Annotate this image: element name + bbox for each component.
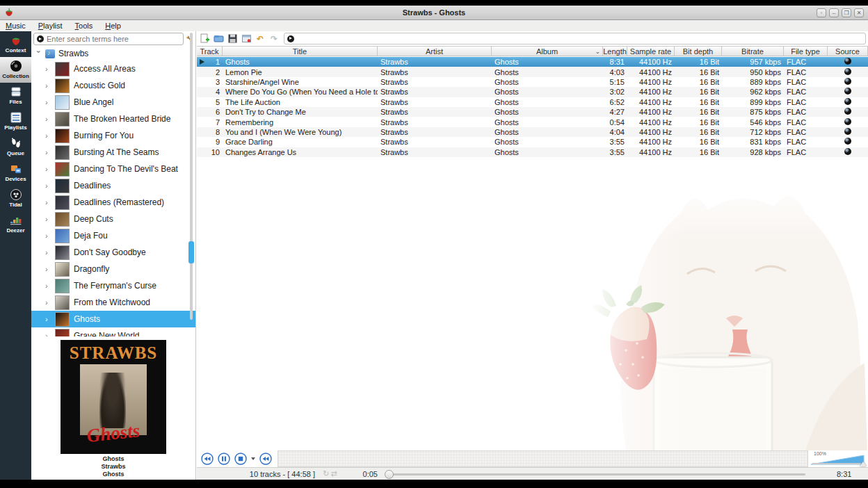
tree-album-item[interactable]: ›Deadlines (Remastered)	[31, 194, 195, 211]
tree-album-item[interactable]: ›Grave New World	[31, 327, 195, 336]
tree-album-item[interactable]: ›Deep Cuts	[31, 211, 195, 227]
seek-handle[interactable]	[385, 470, 394, 479]
tree-album-item[interactable]: ›Burning For You	[31, 127, 195, 144]
pin-button[interactable]: ◦	[817, 8, 826, 17]
expand-chevron-icon[interactable]: ›	[45, 198, 51, 206]
menu-playlist[interactable]: Playlist	[38, 22, 63, 30]
tree-album-item[interactable]: ›Dragonfly	[31, 261, 195, 277]
collection-search-input[interactable]	[33, 33, 184, 45]
sidebar-item-devices[interactable]: Devices	[0, 160, 31, 186]
tree-album-item[interactable]: ›Bursting At The Seams	[31, 144, 195, 161]
tree-album-item[interactable]: ›Deja Fou	[31, 227, 195, 244]
menu-tools[interactable]: Tools	[75, 22, 93, 30]
shuffle-icon[interactable]: ⇄	[331, 469, 339, 478]
new-playlist-icon[interactable]	[199, 33, 210, 44]
column-header-sample_rate[interactable]: Sample rate	[627, 47, 675, 56]
expand-chevron-icon[interactable]: ›	[45, 148, 51, 156]
column-header-artist[interactable]: Artist	[378, 47, 492, 56]
sidebar-item-files[interactable]: Files	[0, 83, 31, 108]
expand-chevron-icon[interactable]: ›	[45, 282, 51, 290]
album-cover-art[interactable]: STRAWBS Ghosts	[61, 340, 166, 454]
expand-chevron-icon[interactable]: ›	[45, 65, 51, 73]
sidebar-item-deezer[interactable]: Deezer	[0, 211, 31, 237]
expand-chevron-icon[interactable]: ›	[45, 115, 51, 123]
undo-icon[interactable]: ↶	[255, 33, 266, 44]
source-collection-icon	[844, 128, 851, 135]
sidebar-item-collection[interactable]: Collection	[0, 57, 31, 83]
column-header-bitrate[interactable]: Bitrate	[722, 47, 784, 56]
tree-album-item[interactable]: ›Don't Say Goodbye	[31, 244, 195, 261]
playlist-filter-box[interactable]	[284, 33, 866, 44]
save-playlist-icon[interactable]	[227, 33, 238, 44]
volume-slider[interactable]: 100%	[808, 450, 868, 467]
open-playlist-icon[interactable]	[213, 33, 224, 44]
collection-search-field[interactable]	[47, 35, 180, 43]
expand-chevron-icon[interactable]: ›	[45, 265, 51, 273]
repeat-icon[interactable]: ↻	[323, 469, 330, 478]
album-thumbnail	[55, 329, 70, 337]
tree-scrollbar-thumb[interactable]	[188, 241, 194, 263]
expand-chevron-icon[interactable]: ›	[45, 298, 51, 307]
playlist-filter-field[interactable]	[294, 35, 862, 43]
next-button[interactable]	[259, 453, 272, 465]
collapse-chevron-icon[interactable]: ›	[35, 51, 43, 57]
playlist-row[interactable]: 1GhostsStrawbsGhosts8:3144100 Hz16 Bit95…	[197, 57, 868, 67]
playlist-row[interactable]: 6Don't Try to Change MeStrawbsGhosts4:27…	[197, 107, 868, 117]
playlist-row[interactable]: 3Starshine/Angel WineStrawbsGhosts5:1544…	[197, 77, 868, 87]
stop-options-chevron-icon[interactable]	[251, 457, 255, 460]
menu-music[interactable]: Music	[6, 22, 26, 30]
tree-album-item[interactable]: ›Dancing To The Devil's Beat	[31, 161, 195, 177]
expand-chevron-icon[interactable]: ›	[45, 98, 51, 106]
column-header-bit_depth[interactable]: Bit depth	[675, 47, 722, 56]
pause-button[interactable]	[218, 453, 230, 465]
expand-chevron-icon[interactable]: ›	[45, 131, 51, 140]
column-header-title[interactable]: Title	[223, 47, 378, 56]
close-button[interactable]: ✕	[854, 8, 864, 17]
sidebar-item-playlists[interactable]: Playlists	[0, 108, 31, 134]
tree-album-item[interactable]: ›The Ferryman's Curse	[31, 277, 195, 294]
playlist-row[interactable]: 5The Life AuctionStrawbsGhosts6:5244100 …	[197, 97, 868, 107]
expand-chevron-icon[interactable]: ›	[45, 165, 51, 173]
tree-album-item[interactable]: ›Access All Areas	[31, 60, 195, 77]
expand-chevron-icon[interactable]: ›	[45, 81, 51, 90]
column-header-album[interactable]: Album⌄	[492, 47, 603, 56]
expand-chevron-icon[interactable]: ›	[45, 181, 51, 190]
column-header-length[interactable]: Length	[603, 47, 627, 56]
column-header-file_type[interactable]: File type	[784, 47, 828, 56]
sidebar-item-queue[interactable]: Queue	[0, 134, 31, 160]
playlist-row[interactable]: 10Changes Arrange UsStrawbsGhosts3:55441…	[197, 147, 868, 157]
previous-button[interactable]	[201, 453, 214, 465]
spectrum-analyzer[interactable]	[278, 450, 808, 467]
tree-album-item[interactable]: ›Ghosts	[31, 311, 195, 327]
playlist-settings-icon[interactable]	[241, 33, 252, 44]
playlist-row[interactable]: 8You and I (When We Were Young)StrawbsGh…	[197, 127, 868, 137]
expand-chevron-icon[interactable]: ›	[45, 231, 51, 240]
tree-album-item[interactable]: ›From the Witchwood	[31, 294, 195, 311]
playlist-row[interactable]: 2Lemon PieStrawbsGhosts4:0344100 Hz16 Bi…	[197, 67, 868, 76]
tree-root-artist[interactable]: ›Strawbs	[31, 47, 195, 60]
expand-chevron-icon[interactable]: ›	[45, 248, 51, 257]
expand-chevron-icon[interactable]: ›	[45, 315, 51, 323]
column-header-source[interactable]: Source	[828, 47, 868, 56]
column-header-track[interactable]: Track	[197, 47, 223, 56]
menu-help[interactable]: Help	[105, 22, 121, 30]
minimize-button[interactable]: –	[829, 8, 839, 17]
tree-album-item[interactable]: ›Acoustic Gold	[31, 77, 195, 94]
tree-album-item[interactable]: ›Blue Angel	[31, 94, 195, 111]
tree-album-item[interactable]: ›Deadlines	[31, 177, 195, 194]
tree-scrollbar[interactable]	[188, 33, 194, 320]
redo-icon[interactable]: ↷	[268, 33, 280, 44]
album-thumbnail	[55, 162, 70, 177]
expand-chevron-icon[interactable]: ›	[45, 215, 51, 223]
stop-button[interactable]	[234, 453, 247, 465]
playlist-row[interactable]: 4Where Do You Go (When You Need a Hole t…	[197, 87, 868, 97]
volume-handle[interactable]	[860, 462, 867, 466]
expand-chevron-icon[interactable]: ›	[45, 332, 51, 336]
maximize-button[interactable]: ❒	[842, 8, 851, 17]
sidebar-item-tidal[interactable]: Tidal	[0, 186, 31, 211]
tree-album-item[interactable]: ›The Broken Hearted Bride	[31, 111, 195, 127]
playlist-row[interactable]: 7RememberingStrawbsGhosts0:5444100 Hz16 …	[197, 117, 868, 127]
sidebar-item-context[interactable]: Context	[0, 31, 31, 57]
playlist-row[interactable]: 9Grace DarlingStrawbsGhosts3:5544100 Hz1…	[197, 137, 868, 147]
seek-slider[interactable]	[385, 468, 837, 480]
